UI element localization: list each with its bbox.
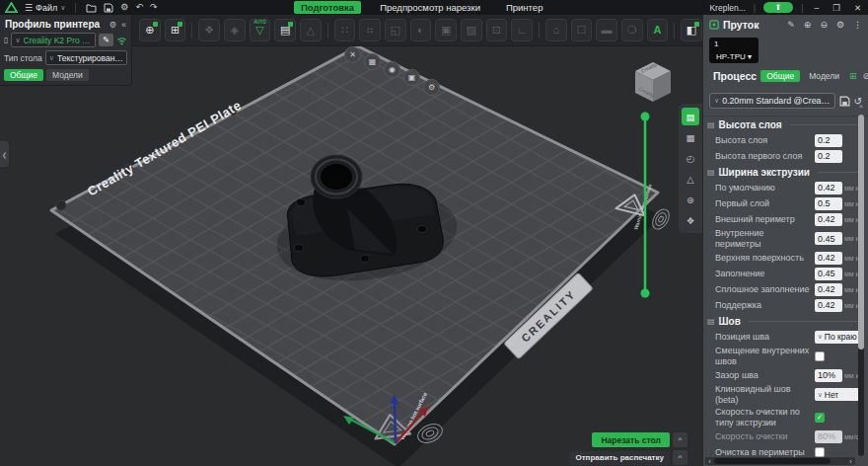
expand-settings-icon[interactable]: ⊞ xyxy=(849,71,857,81)
slice-options-button[interactable]: ^ xyxy=(673,432,687,447)
collapse-left-handle[interactable]: ❮ xyxy=(0,141,9,167)
camera-view-button[interactable]: ◉ xyxy=(384,61,400,78)
sidebar-tool-terrain[interactable]: △ xyxy=(682,170,699,188)
lock-plate-button[interactable]: ▣ xyxy=(403,69,420,86)
minimize-button[interactable]: – xyxy=(812,3,823,13)
add-model-button[interactable]: ⊕ xyxy=(139,19,161,41)
sidebar-tool-history[interactable]: ◴ xyxy=(682,149,699,167)
arrange-plate-quick-button[interactable]: ▦ xyxy=(364,53,381,70)
setting-input[interactable]: 80% xyxy=(815,430,842,443)
setting-select[interactable]: ∨По краю xyxy=(815,331,860,344)
scale-button[interactable]: ◱ xyxy=(385,19,406,41)
send-print-button[interactable]: Отправить распечатку xyxy=(569,451,670,465)
slice-plate-button[interactable]: Нарезать стол xyxy=(592,432,670,447)
text-tool-button[interactable]: A xyxy=(647,19,669,41)
setting-input[interactable]: 0.2 xyxy=(815,150,842,163)
scroll-right-button[interactable]: › xyxy=(846,458,855,465)
viewport-canvas[interactable]: Creality Textured PEI Plate CREALITY xyxy=(0,46,702,466)
section-header[interactable]: ▤Ширина экструзии xyxy=(703,164,868,180)
filament-slot[interactable]: 1 HP-TPU ▾ xyxy=(709,38,759,63)
vertical-scrollbar[interactable]: ^ xyxy=(857,104,865,456)
plate-settings-button[interactable]: ⚙ xyxy=(423,79,440,96)
main-tab-0[interactable]: Подготовка xyxy=(294,1,361,14)
plane-cut-button[interactable]: ▬ xyxy=(596,19,617,41)
section-header[interactable]: ▤Шов xyxy=(703,313,868,329)
hide-settings-icon[interactable]: ⊘ xyxy=(863,71,868,81)
setting-input[interactable]: 0.45 xyxy=(815,232,842,245)
horizontal-scrollbar[interactable]: ‹ › xyxy=(705,457,855,465)
sidebar-tool-plate[interactable]: ▦ xyxy=(682,128,699,146)
setting-checkbox[interactable] xyxy=(815,351,825,361)
printer-select[interactable]: ∨ Creality K2 Pro 0.4 nozzle xyxy=(11,33,96,47)
filament-more-button[interactable]: ⋮ xyxy=(853,20,862,30)
seam-box-button[interactable]: ☐ xyxy=(571,19,593,41)
sidebar-tool-pattern[interactable]: ❖ xyxy=(682,211,699,229)
arrange-plate-button[interactable]: ❖ xyxy=(198,19,220,41)
auto-orient-button[interactable]: ▽AUTO xyxy=(250,19,271,41)
scroll-up-button[interactable]: ^ xyxy=(857,104,865,111)
support-button[interactable]: ⌂ xyxy=(545,19,567,41)
send-options-button[interactable]: ^ xyxy=(673,450,687,465)
add-filament-button[interactable]: ⊕ xyxy=(804,20,812,30)
undo-icon[interactable]: ↶ xyxy=(135,0,143,15)
file-menu-button[interactable]: ☰ Файл ∨ xyxy=(25,3,65,13)
sidebar-tool-prepare[interactable]: ▤ xyxy=(682,108,699,125)
setting-input[interactable]: 0.42 xyxy=(815,252,842,265)
left-tab-0[interactable]: Общие xyxy=(4,69,43,81)
setting-input[interactable]: 10% xyxy=(815,369,842,382)
left-tab-1[interactable]: Модели xyxy=(46,69,89,81)
close-button[interactable]: ✕ xyxy=(851,3,864,13)
save-icon[interactable] xyxy=(104,3,113,13)
fill-plate-button[interactable]: ▤ xyxy=(274,19,296,41)
process-tab-1[interactable]: Модели xyxy=(803,70,845,82)
collapse-panel-icon[interactable]: « xyxy=(121,20,126,30)
setting-select[interactable]: ∨Нет xyxy=(815,388,860,401)
section-header[interactable]: ▤Высота слоя xyxy=(703,116,868,132)
scroll-left-button[interactable]: ‹ xyxy=(705,458,714,465)
split-view-button[interactable]: ◧ xyxy=(681,19,702,41)
merge-button[interactable]: ⊡ xyxy=(486,19,508,41)
redo-icon[interactable]: ↷ xyxy=(150,0,158,15)
restore-button[interactable]: ❐ xyxy=(830,3,843,13)
main-tab-1[interactable]: Предпросмотр нарезки xyxy=(373,1,487,14)
navigation-cube[interactable]: Creality Creality xyxy=(635,61,671,102)
settings-gear-icon[interactable]: ⚙ xyxy=(120,0,128,15)
hatch-fill-button[interactable]: ▨ xyxy=(461,19,482,41)
cloud-upload-button[interactable]: ⬆ xyxy=(763,2,793,13)
setting-input[interactable]: 0.45 xyxy=(815,268,842,280)
edit-printer-button[interactable]: ✎ xyxy=(99,34,113,46)
clone-button[interactable]: ▣ xyxy=(435,19,457,41)
filament-settings-button[interactable]: ⚙ xyxy=(836,20,844,30)
open-folder-icon[interactable] xyxy=(86,3,97,13)
setting-input[interactable]: 0.42 xyxy=(815,213,842,226)
delete-plate-button[interactable]: ✕ xyxy=(344,46,361,63)
preset-select[interactable]: ∨ 0.20mm Standard @Creality K2 Pr... xyxy=(709,93,835,109)
setting-checkbox[interactable]: ✓ xyxy=(815,413,825,423)
filament-brush-button[interactable]: ✎ xyxy=(787,20,795,30)
save-preset-icon[interactable] xyxy=(839,96,850,107)
process-tab-0[interactable]: Общие xyxy=(760,70,800,82)
scrollbar-thumb[interactable] xyxy=(714,458,831,464)
printer-gear-icon[interactable]: ⚙ xyxy=(109,20,117,30)
sidebar-tool-wheel[interactable]: ⊛ xyxy=(682,191,699,208)
mirror-button[interactable]: ◐ xyxy=(410,19,432,41)
filament-material: HP-TPU xyxy=(716,52,746,61)
layout-grid-button[interactable]: ∷ xyxy=(334,19,356,41)
setting-checkbox[interactable] xyxy=(815,447,825,457)
scrollbar-thumb[interactable] xyxy=(858,115,864,350)
setting-input[interactable]: 0.5 xyxy=(815,197,842,210)
add-plate-button[interactable]: ⊞ xyxy=(165,19,186,41)
setting-input[interactable]: 0.42 xyxy=(815,299,842,312)
setting-input[interactable]: 0.2 xyxy=(815,134,842,147)
wifi-icon[interactable] xyxy=(116,36,127,45)
setting-input[interactable]: 0.42 xyxy=(815,283,842,296)
orient-button[interactable]: △ xyxy=(300,19,322,41)
main-tab-2[interactable]: Принтер xyxy=(499,1,549,14)
corner-snap-button[interactable]: ∟ xyxy=(511,19,533,41)
plate-type-select[interactable]: ∨ Текстурированная PE... xyxy=(45,50,127,65)
setting-input[interactable]: 0.42 xyxy=(815,182,842,194)
paint-button[interactable]: ❍ xyxy=(621,19,643,41)
align-dots-button[interactable]: ⠶ xyxy=(359,19,381,41)
arrange-all-button[interactable]: ◈ xyxy=(224,19,246,41)
remove-filament-button[interactable]: ⊖ xyxy=(820,20,828,30)
